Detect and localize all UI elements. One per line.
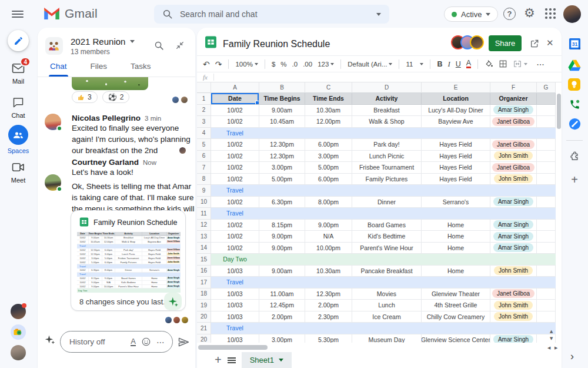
sheet-cell[interactable]: Home <box>422 231 490 243</box>
shared-photo[interactable] <box>72 77 148 90</box>
sheet-cell[interactable] <box>537 162 556 174</box>
scroll-up-icon[interactable]: ▲ <box>550 329 553 334</box>
sheet-cell[interactable]: Janet Gilboa <box>490 116 537 128</box>
column-header[interactable]: F <box>490 82 537 93</box>
sheet-cell[interactable]: 10.00pm <box>305 243 352 254</box>
sheet-cell[interactable] <box>537 139 556 151</box>
close-icon[interactable]: ✕ <box>546 38 554 48</box>
compose-button[interactable] <box>8 30 29 51</box>
row-number[interactable]: 15 <box>197 254 211 266</box>
sheet-cell[interactable]: Amar Singh <box>490 231 537 243</box>
keep-icon[interactable] <box>568 78 580 91</box>
italic-button[interactable]: I <box>447 59 450 69</box>
scroll-down-icon[interactable]: ▼ <box>550 336 553 342</box>
sheet-cell[interactable] <box>352 185 422 197</box>
sheet-cell[interactable]: 10/02 <box>211 162 259 174</box>
sheet-cell[interactable] <box>537 220 556 231</box>
sheet-cell[interactable] <box>537 105 556 117</box>
sheet-cell[interactable]: Travel <box>211 208 259 220</box>
help-icon[interactable]: ? <box>503 8 516 20</box>
sheet-cell[interactable]: 6.00pm <box>305 139 352 151</box>
sheet-cell[interactable]: Dinner <box>352 197 422 208</box>
sheet-cell[interactable] <box>259 185 305 197</box>
sheet-cell[interactable] <box>490 323 537 334</box>
sheet-cell[interactable]: Movies <box>352 289 422 300</box>
sheet-cell[interactable]: 10.45am <box>259 116 305 128</box>
fill-color-icon[interactable] <box>485 59 493 68</box>
row-number[interactable]: 13 <box>197 231 211 243</box>
row-number[interactable]: 2 <box>197 105 211 117</box>
sheet-cell[interactable] <box>305 323 352 334</box>
sheet-cell[interactable]: 2.30pm <box>305 311 352 323</box>
sheet-cell[interactable]: 12.00pm <box>305 116 352 128</box>
sheet-cell[interactable]: 6.00pm <box>305 174 352 185</box>
column-header[interactable]: G <box>537 82 556 93</box>
increase-decimal-button[interactable]: .00 <box>303 61 312 68</box>
send-icon[interactable] <box>178 336 189 348</box>
sheet-cell[interactable] <box>259 323 305 334</box>
sheet-cell[interactable]: Serrano's <box>422 197 490 208</box>
row-number[interactable]: 10 <box>197 197 211 208</box>
sheet-cell[interactable]: Home <box>422 266 490 277</box>
sheet-cell[interactable] <box>305 254 352 266</box>
row-number[interactable]: 9 <box>197 185 211 197</box>
row-number[interactable]: 20 <box>197 334 211 343</box>
sheet-tab-caret[interactable] <box>279 359 283 362</box>
nav-chat[interactable]: Chat <box>0 95 36 119</box>
search-input[interactable] <box>180 9 369 19</box>
message-input-bar[interactable]: A ⋯ <box>60 331 173 353</box>
share-button[interactable]: Share <box>489 35 522 51</box>
open-in-new-icon[interactable] <box>530 39 539 48</box>
sheet-cell[interactable] <box>422 185 490 197</box>
sheet-cell[interactable]: 10/02 <box>211 151 259 163</box>
sheet-cell[interactable] <box>259 277 305 289</box>
sheet-cell[interactable] <box>259 208 305 220</box>
sheet-cell[interactable]: Hayes Field <box>422 174 490 185</box>
sheet-cell[interactable]: 10/03 <box>211 334 259 343</box>
sheet-cell[interactable]: 10/02 <box>211 243 259 254</box>
sheet-cell[interactable] <box>352 323 422 334</box>
vertical-scrollbar[interactable] <box>557 94 561 129</box>
sheet-cell[interactable]: Home <box>422 220 490 231</box>
add-ons-icon[interactable] <box>568 150 581 163</box>
ai-summary-button[interactable] <box>164 293 182 310</box>
sheet-cell[interactable]: 11.00am <box>259 289 305 300</box>
sheet-cell[interactable] <box>490 277 537 289</box>
sheet-cell[interactable]: Pancake Breakfast <box>352 266 422 277</box>
nav-spaces[interactable]: Spaces <box>0 125 36 154</box>
sheet-cell[interactable]: Janet Gilboa <box>490 139 537 151</box>
status-selector[interactable]: Active <box>444 6 498 22</box>
sheet-cell[interactable]: 10/03 <box>211 300 259 311</box>
select-all-corner[interactable] <box>197 82 211 93</box>
sheet-cell[interactable] <box>537 128 556 140</box>
sheet-cell[interactable]: Day Two <box>211 254 259 266</box>
sheet-cell[interactable] <box>305 128 352 140</box>
sheet-tab-sheet1[interactable]: Sheet1 <box>242 352 292 368</box>
sheet-cell[interactable]: 10/03 <box>211 289 259 300</box>
sheet-cell[interactable]: Park day! <box>352 139 422 151</box>
sheet-cell[interactable] <box>259 254 305 266</box>
sheet-cell[interactable]: Hayes Field <box>422 151 490 163</box>
horizontal-scrollbar[interactable] <box>198 345 551 350</box>
shortcut-avatar-1[interactable] <box>11 304 26 319</box>
sheet-cell[interactable]: Lucy's All-Day Diner <box>422 105 490 117</box>
sheet-cell[interactable]: Amar Singh <box>490 220 537 231</box>
shortcut-avatar-camera[interactable] <box>11 324 26 340</box>
sheet-cell[interactable] <box>352 208 422 220</box>
sheet-cell[interactable]: Activity <box>352 93 422 105</box>
row-number[interactable]: 19 <box>197 300 211 311</box>
sheet-cell[interactable]: 10.30am <box>305 105 352 117</box>
sheet-cell[interactable] <box>537 174 556 185</box>
reaction-soccer[interactable]: ⚽ 2 <box>102 91 130 103</box>
sheet-cell[interactable]: Hayes Field <box>422 139 490 151</box>
toolbar-more-icon[interactable]: ⋯ <box>536 59 545 69</box>
row-number[interactable]: 17 <box>197 277 211 289</box>
search-bar[interactable] <box>154 5 389 24</box>
sheet-cell[interactable] <box>422 277 490 289</box>
profile-avatar[interactable] <box>563 5 581 23</box>
sheet-cell[interactable]: 10/02 <box>211 231 259 243</box>
sheet-cell[interactable]: 8.00pm <box>305 197 352 208</box>
voice-icon[interactable] <box>568 98 581 111</box>
sheet-cell[interactable] <box>537 311 556 323</box>
sheet-cell[interactable] <box>259 128 305 140</box>
